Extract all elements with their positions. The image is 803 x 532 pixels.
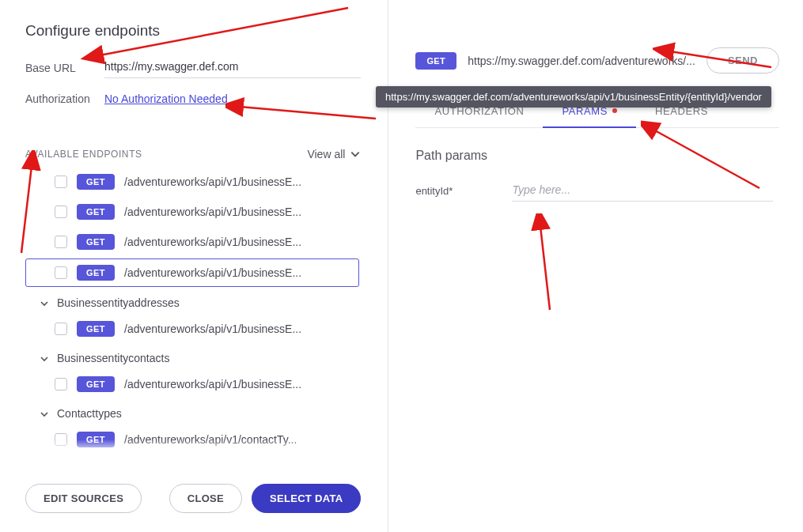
chevron-down-icon — [40, 353, 49, 363]
endpoint-group[interactable]: Contacttypes — [25, 401, 359, 426]
endpoint-group-label: Contacttypes — [57, 407, 122, 420]
endpoint-checkbox[interactable] — [55, 378, 67, 391]
endpoint-row[interactable]: GET/adventureworks/api/v1/businessE... — [25, 258, 359, 287]
http-method-badge: GET — [77, 376, 115, 392]
param-input-entityid[interactable] — [512, 180, 773, 202]
http-method-badge: GET — [77, 174, 115, 190]
endpoint-group[interactable]: Businessentitycontacts — [25, 345, 359, 371]
chevron-down-icon — [40, 298, 49, 308]
endpoint-checkbox[interactable] — [55, 266, 67, 279]
url-tooltip: https://my.swagger.def.com/adventurework… — [376, 86, 771, 108]
select-data-button[interactable]: SELECT DATA — [252, 484, 361, 513]
endpoint-row[interactable]: GET/adventureworks/api/v1/businessE... — [25, 168, 359, 195]
endpoint-group[interactable]: Businessentityaddresses — [25, 290, 359, 315]
endpoint-row[interactable]: GET/adventureworks/api/v1/contactTy... — [25, 426, 359, 453]
endpoint-checkbox[interactable] — [55, 236, 67, 248]
endpoint-row[interactable]: GET/adventureworks/api/v1/businessE... — [25, 315, 359, 342]
edit-sources-button[interactable]: EDIT SOURCES — [25, 484, 142, 513]
endpoint-path: /adventureworks/api/v1/businessE... — [124, 236, 354, 248]
chevron-down-icon — [40, 409, 49, 418]
base-url-label: Base URL — [25, 62, 104, 74]
http-method-badge: GET — [77, 204, 115, 220]
base-url-input[interactable] — [104, 57, 361, 78]
http-method-badge: GET — [77, 265, 115, 281]
chevron-down-icon — [350, 149, 361, 160]
request-url[interactable]: https://my.swagger.def.com/adventurework… — [468, 55, 695, 67]
endpoint-path: /adventureworks/api/v1/businessE... — [124, 206, 354, 218]
endpoint-path: /adventureworks/api/v1/businessE... — [124, 378, 354, 391]
endpoint-checkbox[interactable] — [55, 433, 67, 446]
view-all-label: View all — [307, 148, 345, 160]
endpoint-row[interactable]: GET/adventureworks/api/v1/businessE... — [25, 198, 359, 225]
param-row-entityid: entityId* — [415, 180, 779, 202]
endpoint-list[interactable]: GET/adventureworks/api/v1/businessE...GE… — [25, 168, 361, 468]
request-method-badge: GET — [415, 52, 456, 70]
http-method-badge: GET — [77, 321, 115, 337]
page-title: Configure endpoints — [25, 22, 361, 40]
endpoint-group-label: Businessentitycontacts — [57, 352, 169, 364]
endpoint-checkbox[interactable] — [55, 206, 67, 218]
close-button[interactable]: CLOSE — [169, 484, 242, 513]
endpoints-section-label: AVAILABLE ENDPOINTS — [25, 149, 142, 160]
endpoint-group-label: Businessentityaddresses — [57, 296, 180, 309]
authorization-label: Authorization — [25, 92, 104, 105]
endpoint-path: /adventureworks/api/v1/businessE... — [124, 323, 354, 335]
request-row: GET https://my.swagger.def.com/adventure… — [415, 47, 779, 74]
view-all-dropdown[interactable]: View all — [307, 148, 361, 160]
authorization-link[interactable]: No Authorization Needed — [104, 92, 228, 105]
path-params-title: Path params — [415, 149, 779, 163]
indicator-dot-icon — [612, 108, 617, 113]
endpoint-checkbox[interactable] — [55, 323, 67, 335]
endpoint-row[interactable]: GET/adventureworks/api/v1/businessE... — [25, 228, 359, 255]
param-label-entityid: entityId* — [415, 185, 494, 197]
http-method-badge: GET — [77, 432, 115, 447]
endpoint-checkbox[interactable] — [55, 175, 67, 188]
bottom-bar: EDIT SOURCES CLOSE SELECT DATA — [25, 468, 361, 513]
send-button[interactable]: SEND — [706, 47, 779, 74]
authorization-row: Authorization No Authorization Needed — [25, 92, 361, 105]
endpoint-path: /adventureworks/api/v1/businessE... — [124, 175, 354, 188]
http-method-badge: GET — [77, 234, 115, 250]
endpoint-path: /adventureworks/api/v1/businessE... — [124, 266, 354, 279]
endpoint-row[interactable]: GET/adventureworks/api/v1/businessE... — [25, 371, 359, 398]
base-url-row: Base URL — [25, 57, 361, 78]
endpoint-path: /adventureworks/api/v1/contactTy... — [124, 433, 354, 446]
endpoints-header: AVAILABLE ENDPOINTS View all — [25, 148, 361, 160]
